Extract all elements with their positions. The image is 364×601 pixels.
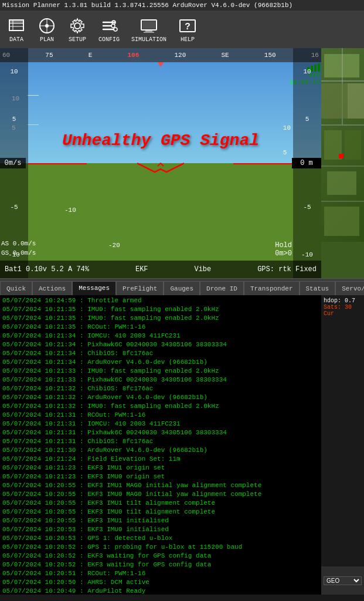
hud-sky (0, 48, 321, 175)
titlebar-text: Mission Planner 1.3.81 build 1.3.8741.25… (2, 2, 292, 9)
geo-select[interactable]: GEO (324, 576, 362, 585)
alt-scale-neg5: -5 (303, 204, 311, 211)
alt-value: 0 m (300, 159, 313, 167)
sats-extra: Cur (324, 310, 334, 317)
message-line: 05/07/2024 10:20:52 : EKF3 waiting for G… (2, 552, 319, 561)
menu-label-simulation: SIMULATION (131, 36, 166, 43)
speed-box: 0m/s (0, 158, 26, 168)
main-content-row: 05/07/2024 10:24:59 : Throttle armed05/0… (0, 295, 364, 595)
right-panel: hdop: 0.7 Sats: 30 Cur GEO (321, 295, 364, 595)
mode-overlay: Hold 0m>0 (275, 241, 292, 258)
tab-droneid[interactable]: Drone ID (200, 281, 244, 295)
message-line: 05/07/2024 10:21:24 : Field Elevation Se… (2, 455, 319, 464)
menu-label-data: DATA (9, 36, 23, 43)
airspeed-overlay: AS 0.0m/s GS 0.0m/s (1, 239, 36, 258)
tab-quick[interactable]: Quick (0, 281, 32, 295)
titlebar: Mission Planner 1.3.81 build 1.3.8741.25… (0, 0, 364, 11)
message-line: 05/07/2024 10:20:55 : EKF3 IMU0 tilt ali… (2, 508, 319, 516)
tab-quick-label: Quick (6, 285, 26, 292)
tab-transponder[interactable]: Transponder (244, 281, 300, 295)
tab-messages[interactable]: Messages (72, 281, 116, 295)
pitch-line-5 (27, 124, 39, 125)
svg-rect-1 (9, 20, 23, 23)
message-line: 05/07/2024 10:21:33 : Pixhawk6C 00240030… (2, 376, 319, 384)
gps-status: GPS: rtk Fixed (257, 265, 317, 274)
message-line: 05/07/2024 10:20:53 : GPS 1: detected u-… (2, 534, 319, 543)
message-line: 05/07/2024 10:21:31 : Pixhawk6C 00240030… (2, 428, 319, 437)
battery-info: Bat1 0.10v 5.2 A 74% (5, 265, 89, 274)
tab-status[interactable]: Status (300, 281, 336, 295)
heading-triangle (158, 62, 164, 67)
pitch-neg10: -10 (64, 207, 76, 214)
tab-preflight-label: PreFlight (123, 285, 157, 292)
ekf-status: EKF (135, 265, 148, 274)
tab-preflight[interactable]: PreFlight (116, 281, 164, 295)
map-inner (321, 48, 364, 278)
menu-label-plan: PLAN (40, 36, 54, 43)
compass-150: 150 (264, 52, 276, 59)
compass-120: 120 (174, 52, 186, 59)
tabs-bar: Quick Actions Messages PreFlight Gauges … (0, 279, 364, 295)
svg-rect-15 (144, 32, 154, 33)
vibe-status: Vibe (194, 265, 211, 274)
data-icon (7, 16, 26, 35)
menu-item-simulation[interactable]: SIMULATION (127, 15, 171, 44)
pitch-val-5r: 5 (283, 149, 291, 156)
map-panel[interactable] (321, 48, 364, 278)
map-info: hdop: 0.7 Sats: 30 Cur (321, 295, 364, 319)
tab-servorelay[interactable]: Servo/Relay (335, 281, 364, 295)
chevron-reticle (137, 157, 184, 177)
message-line: 05/07/2024 10:21:34 : Pixhawk6C 00240030… (2, 340, 319, 349)
message-line: 05/07/2024 10:21:30 : ArduRover V4.6.0-d… (2, 446, 319, 455)
menu-item-config[interactable]: CONFIG (94, 15, 124, 44)
message-line: 05/07/2024 10:20:52 : GPS 1: probing for… (2, 543, 319, 552)
mode-detail: 0m>0 (275, 249, 292, 258)
tab-status-label: Status (306, 285, 329, 292)
menu-item-plan[interactable]: PLAN (33, 15, 61, 44)
plan-icon (38, 16, 56, 35)
message-line: 05/07/2024 10:21:32 : ChibiOS: 8fc176ac (2, 384, 319, 393)
message-line: 05/07/2024 10:21:23 : EKF3 IMU0 origin s… (2, 472, 319, 481)
setup-icon (68, 16, 87, 35)
pitch-neg20: -20 (108, 242, 120, 249)
menu-item-data[interactable]: DATA (2, 15, 30, 44)
message-line: 05/07/2024 10:21:33 : IMU0: fast samplin… (2, 367, 319, 376)
compass-106: 106 (127, 52, 139, 59)
message-line: 05/07/2024 10:21:32 : IMU0: fast samplin… (2, 402, 319, 411)
message-line: 05/07/2024 10:21:34 : ChibiOS: 8fc176ac (2, 349, 319, 358)
tab-messages-label: Messages (79, 285, 110, 292)
tab-servorelay-label: Servo/Relay (342, 285, 364, 292)
geo-selector: GEO (321, 566, 364, 595)
message-line: 05/07/2024 10:21:34 : IOMCU: 410 2003 41… (2, 332, 319, 340)
message-line: 05/07/2024 10:20:49 : ArduPilot Ready (2, 587, 319, 595)
menu-label-config: CONFIG (98, 36, 120, 43)
message-line: 05/07/2024 10:20:55 : EKF3 IMU1 initiali… (2, 516, 319, 525)
tab-gauges[interactable]: Gauges (164, 281, 200, 295)
speed-value: 0m/s (5, 159, 22, 167)
menu-item-setup[interactable]: SETUP (63, 15, 91, 44)
message-line: 05/07/2024 10:20:50 : AHRS: DCM active (2, 578, 319, 587)
menu-item-help[interactable]: ? HELP (174, 15, 202, 44)
message-line: 05/07/2024 10:20:55 : EKF3 IMU0 MAG0 ini… (2, 490, 319, 499)
tab-gauges-label: Gauges (170, 285, 193, 292)
compass-se: SE (221, 52, 229, 59)
airspeed-label: AS 0.0m/s (1, 239, 36, 248)
help-icon: ? (178, 16, 197, 35)
message-line: 05/07/2024 10:21:31 : IOMCU: 410 2003 41… (2, 420, 319, 428)
hud-row: 60 75 E 106 120 SE 150 16 99% 10:30:49 U… (0, 48, 364, 278)
message-line: 05/07/2024 10:21:32 : ArduRover V4.6.0-d… (2, 393, 319, 402)
pitch-val-10r: 10 (283, 124, 291, 131)
tab-actions-label: Actions (39, 285, 66, 292)
sats-label: Sats: 30 (324, 304, 352, 310)
tab-actions[interactable]: Actions (32, 281, 72, 295)
compass-75: 75 (45, 52, 53, 59)
hud-bottom-bar: Bat1 0.10v 5.2 A 74% EKF Vibe GPS: rtk F… (0, 261, 321, 278)
message-line: 05/07/2024 10:21:35 : IMU0: fast samplin… (2, 305, 319, 314)
menubar: DATA PLAN SETUP (0, 11, 364, 48)
compass-bar: 60 75 E 106 120 SE 150 16 (0, 48, 321, 62)
svg-point-9 (74, 23, 80, 29)
messages-panel[interactable]: 05/07/2024 10:24:59 : Throttle armed05/0… (0, 295, 321, 595)
gps-warning: Unhealthy GPS Signal (62, 131, 259, 149)
alt-scale-10: 10 (303, 68, 311, 75)
alt-scale-neg10: -10 (301, 251, 313, 258)
